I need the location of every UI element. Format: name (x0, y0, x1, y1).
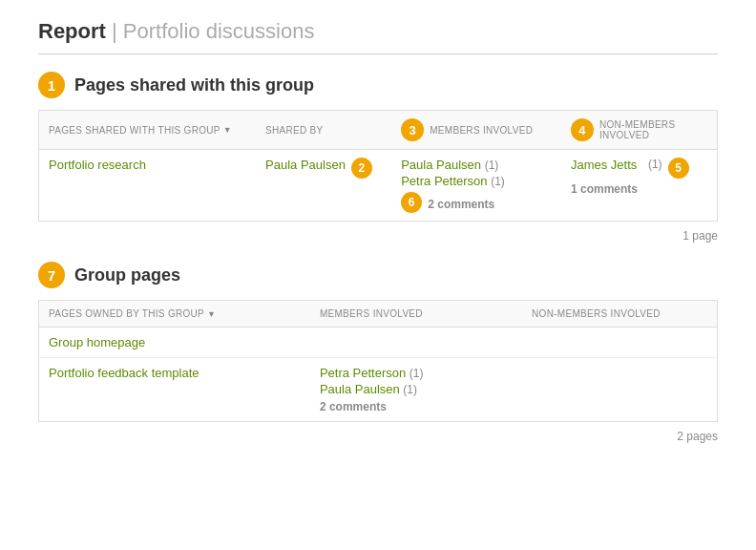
member-link[interactable]: Paula Paulsen (320, 382, 400, 396)
non-member-comments: 1 comments (571, 182, 707, 196)
section1-header: 1 Pages shared with this group (38, 72, 718, 98)
non-members-cell (522, 328, 717, 358)
section1-pagination: 1 page (38, 229, 718, 243)
title-bold: Report (38, 19, 106, 43)
page-name-cell: Portfolio feedback template (39, 358, 310, 422)
badge-1: 1 (38, 72, 65, 98)
title-subtitle: Portfolio discussions (123, 19, 315, 43)
non-member-count: (1) (648, 158, 662, 171)
member-count: (1) (485, 159, 499, 172)
section2-pagination: 2 pages (38, 430, 718, 443)
non-members-cell (522, 358, 717, 422)
page-name-cell: Group homepage (39, 328, 310, 358)
col-members-header2: MEMBERS INVOLVED (310, 301, 522, 328)
badge-4: 4 (571, 118, 594, 141)
col-pages-shared-header: PAGES SHARED WITH THIS GROUP ▼ (39, 111, 257, 150)
member-entry: Petra Petterson (1) (401, 174, 552, 188)
badge-2: 2 (351, 158, 372, 179)
comments-label: 2 comments (320, 400, 513, 413)
page-link[interactable]: Group homepage (49, 335, 145, 349)
section2-title: Group pages (74, 265, 180, 286)
member-entry: Petra Petterson (1) (320, 366, 513, 380)
member-count: (1) (491, 175, 505, 188)
badge-7: 7 (38, 262, 65, 288)
col-pages-owned-header: PAGES OWNED BY THIS GROUP ▼ (39, 301, 310, 328)
badge-3: 3 (401, 118, 424, 141)
col-shared-by-header: SHARED BY (256, 111, 391, 150)
member-link[interactable]: Petra Petterson (401, 174, 487, 188)
sort-arrow-icon[interactable]: ▼ (207, 309, 216, 319)
section1-table: PAGES SHARED WITH THIS GROUP ▼ SHARED BY… (38, 110, 718, 222)
section-group-pages: 7 Group pages PAGES OWNED BY THIS GROUP … (38, 262, 718, 443)
member-link[interactable]: Petra Petterson (320, 366, 406, 380)
table-row: Portfolio research Paula Paulsen 2 Paula… (39, 150, 718, 222)
page-link[interactable]: Portfolio feedback template (49, 366, 200, 380)
shared-by-cell: Paula Paulsen 2 (256, 150, 391, 222)
member-count: (1) (403, 383, 417, 396)
members-cell: Petra Petterson (1) Paula Paulsen (1) 2 … (310, 358, 522, 422)
member-entry: Paula Paulsen (1) (401, 158, 552, 172)
section2-table: PAGES OWNED BY THIS GROUP ▼ MEMBERS INVO… (38, 300, 718, 422)
page-title: Report | Portfolio discussions (38, 19, 718, 54)
section1-title: Pages shared with this group (74, 75, 314, 95)
section2-header: 7 Group pages (38, 262, 718, 288)
shared-by-link[interactable]: Paula Paulsen (265, 158, 346, 172)
page-link[interactable]: Portfolio research (49, 158, 146, 172)
col-non-members-header: 4 NON-MEMBERS INVOLVED (561, 111, 718, 150)
comments-label: 2 comments (428, 198, 494, 211)
sort-arrow-icon[interactable]: ▼ (223, 125, 232, 135)
member-count: (1) (410, 367, 424, 380)
member-link[interactable]: Paula Paulsen (401, 158, 481, 172)
comments-wrap: 6 2 comments (401, 192, 552, 213)
members-cell (310, 328, 522, 358)
members-cell: Paula Paulsen (1) Petra Petterson (1) 6 … (391, 150, 561, 222)
badge-6: 6 (401, 192, 422, 213)
section-pages-shared: 1 Pages shared with this group PAGES SHA… (38, 72, 718, 243)
page-name-cell: Portfolio research (39, 150, 257, 222)
table-row: Group homepage (39, 328, 718, 358)
table-row: Portfolio feedback template Petra Petter… (39, 358, 718, 422)
member-entry: Paula Paulsen (1) (320, 382, 513, 396)
badge-5: 5 (668, 158, 689, 179)
non-members-cell: James Jetts (1) 5 1 comments (561, 150, 718, 222)
col-members-involved-header: 3 MEMBERS INVOLVED (391, 111, 561, 150)
non-member-link[interactable]: James Jetts (571, 158, 637, 172)
col-non-members-header2: NON-MEMBERS INVOLVED (522, 301, 717, 328)
non-member-entry: James Jetts (1) 5 (571, 158, 707, 179)
title-separator: | (106, 19, 123, 43)
